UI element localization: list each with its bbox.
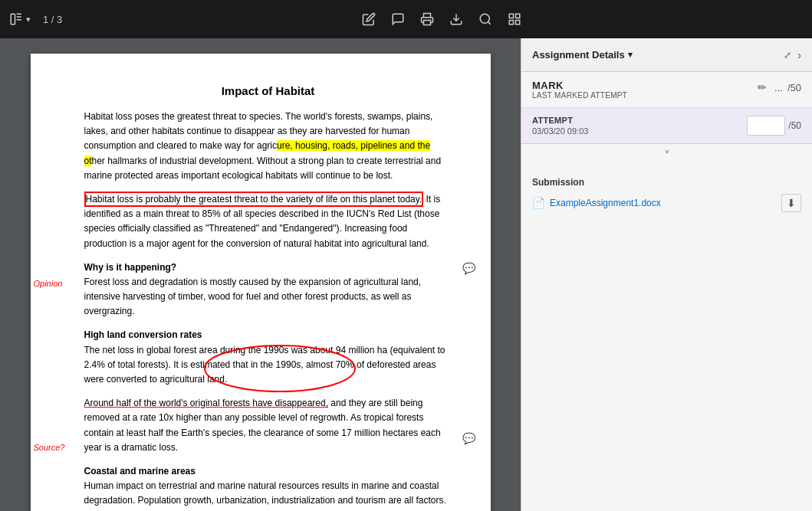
attempt-date: 03/03/20 09:03 bbox=[532, 126, 588, 136]
svg-rect-9 bbox=[516, 14, 520, 18]
attempt-score-field[interactable] bbox=[747, 116, 785, 136]
toolbar-center bbox=[81, 12, 803, 26]
submission-title: Submission bbox=[532, 177, 801, 188]
right-panel: Assignment Details ▾ ⤢ › MARK LAST MARKE… bbox=[521, 38, 812, 511]
attempt-section: ATTEMPT 03/03/20 09:03 /50 bbox=[521, 108, 812, 144]
file-icon: 📄 bbox=[532, 197, 545, 209]
panel-header: Assignment Details ▾ ⤢ › bbox=[521, 38, 812, 72]
submission-section: Submission 📄 ExampleAssignment1.docx ⬇ bbox=[521, 168, 812, 221]
paragraph-4: High land conversion rates The net loss … bbox=[84, 328, 452, 387]
mark-row: MARK LAST MARKED ATTEMPT ✏ ... /50 bbox=[532, 80, 801, 100]
attempt-label: ATTEMPT bbox=[532, 116, 588, 125]
comment-icon-1[interactable]: 💬 bbox=[462, 262, 475, 274]
submission-file: 📄 ExampleAssignment1.docx ⬇ bbox=[532, 194, 801, 212]
toolbar-left: ▾ 1 / 3 bbox=[9, 12, 68, 26]
search-tool-button[interactable] bbox=[478, 12, 492, 26]
paragraph-4-container: High land conversion rates The net loss … bbox=[84, 328, 452, 387]
mark-title: MARK bbox=[532, 80, 754, 91]
main-area: Opinion Source? 💬 💬 Impact of Habitat Ha… bbox=[0, 38, 812, 511]
paragraph-6: Coastal and marine areas Human impact on… bbox=[84, 464, 452, 509]
document-viewer[interactable]: Opinion Source? 💬 💬 Impact of Habitat Ha… bbox=[0, 38, 521, 511]
attempt-row: ATTEMPT 03/03/20 09:03 /50 bbox=[532, 116, 801, 136]
panel-title-chevron: ▾ bbox=[628, 50, 633, 60]
paragraph-2: Habitat loss is probably the greatest th… bbox=[84, 192, 452, 251]
collapse-button[interactable]: ˅ bbox=[521, 144, 812, 168]
edit-tool-button[interactable] bbox=[362, 12, 376, 26]
svg-rect-11 bbox=[516, 21, 520, 25]
file-info: 📄 ExampleAssignment1.docx bbox=[532, 197, 661, 209]
grid-tool-button[interactable] bbox=[508, 12, 521, 26]
comment-icon-2[interactable]: 💬 bbox=[462, 432, 475, 444]
expand-icon[interactable]: ⤢ bbox=[784, 50, 791, 61]
paragraph-1: Habitat loss poses the greatest threat t… bbox=[84, 110, 452, 183]
svg-line-7 bbox=[488, 21, 491, 24]
attempt-info: ATTEMPT 03/03/20 09:03 bbox=[532, 116, 588, 136]
sidebar-icon bbox=[9, 12, 23, 26]
svg-rect-8 bbox=[509, 14, 513, 18]
mark-score-max: /50 bbox=[787, 82, 801, 93]
mark-section: MARK LAST MARKED ATTEMPT ✏ ... /50 bbox=[521, 72, 812, 108]
print-tool-button[interactable] bbox=[420, 12, 434, 26]
panel-title-text: Assignment Details bbox=[532, 49, 625, 61]
comment-tool-button[interactable] bbox=[391, 12, 405, 26]
page-count: 1 / 3 bbox=[37, 14, 68, 25]
download-file-button[interactable]: ⬇ bbox=[781, 194, 801, 212]
mark-score-area: ✏ ... /50 bbox=[754, 80, 801, 95]
svg-point-6 bbox=[480, 14, 489, 23]
file-link[interactable]: ExampleAssignment1.docx bbox=[550, 198, 661, 208]
document-title: Impact of Habitat bbox=[84, 84, 452, 97]
score-separator: ... bbox=[774, 82, 783, 93]
toolbar: ▾ 1 / 3 bbox=[0, 0, 812, 38]
svg-rect-10 bbox=[509, 21, 513, 25]
attempt-score-max: /50 bbox=[788, 120, 801, 131]
mark-label-block: MARK LAST MARKED ATTEMPT bbox=[532, 80, 754, 100]
margin-label-source: Source? bbox=[34, 443, 65, 452]
download-tool-button[interactable] bbox=[449, 12, 463, 26]
svg-rect-0 bbox=[11, 14, 15, 25]
sidebar-toggle-button[interactable]: ▾ bbox=[9, 12, 31, 26]
attempt-score-input: /50 bbox=[747, 116, 801, 136]
underlined-text-1: Around half of the world's original fore… bbox=[84, 398, 328, 408]
panel-title-button[interactable]: Assignment Details ▾ bbox=[532, 49, 633, 61]
paragraph-3: Why is it happening? Forest loss and deg… bbox=[84, 260, 452, 319]
sidebar-dropdown-icon: ▾ bbox=[26, 15, 31, 25]
paragraph-5: Around half of the world's original fore… bbox=[84, 396, 452, 455]
highlighted-text-1: ure, housing, roads, pipelines and the o… bbox=[84, 140, 431, 165]
panel-header-icons: ⤢ › bbox=[784, 49, 801, 61]
pencil-button[interactable]: ✏ bbox=[754, 80, 770, 95]
next-icon[interactable]: › bbox=[797, 49, 801, 61]
boxed-sentence: Habitat loss is probably the greatest th… bbox=[84, 192, 424, 207]
svg-rect-4 bbox=[424, 21, 431, 25]
chevron-down-icon: ˅ bbox=[664, 149, 670, 163]
mark-sublabel: LAST MARKED ATTEMPT bbox=[532, 91, 754, 100]
margin-label-opinion: Opinion bbox=[34, 279, 63, 288]
document-page: Opinion Source? 💬 💬 Impact of Habitat Ha… bbox=[31, 54, 491, 511]
